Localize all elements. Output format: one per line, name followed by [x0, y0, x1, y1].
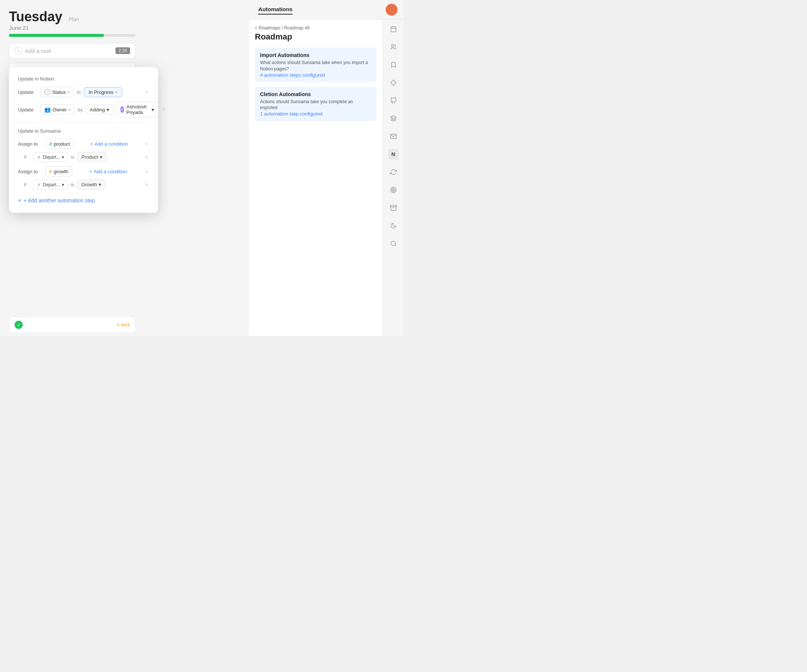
owner-field-label: Owner	[53, 107, 67, 113]
breadcrumb: < Roadmaps / Roadmap #6	[255, 25, 377, 31]
if-label-2: if	[24, 182, 31, 187]
remove-owner-row-button[interactable]: ×	[161, 105, 166, 114]
time-badge: 2:20	[116, 47, 130, 54]
bookmark-icon[interactable]	[388, 60, 399, 70]
target-icon[interactable]	[388, 185, 399, 195]
status-value-label: In Progress	[89, 90, 113, 95]
if-label-1: if	[24, 154, 31, 160]
svg-line-13	[395, 245, 396, 246]
svg-marker-6	[390, 116, 396, 119]
assign-label-2: Assign to	[18, 169, 42, 174]
assign-label-1: Assign to	[18, 141, 42, 147]
user-avatar[interactable]	[385, 4, 397, 16]
plus-icon-step: +	[18, 197, 21, 204]
is-label-1: is	[71, 154, 74, 160]
product-channel-tag[interactable]: # product	[45, 139, 74, 149]
progress-bar	[9, 34, 136, 37]
assign-product-row: Assign to # product + Add a condition ×	[18, 139, 149, 149]
progress-bar-fill	[9, 34, 104, 37]
chevron-down-icon-8: ▾	[62, 182, 64, 187]
depart-icon-1: ✓	[37, 154, 41, 160]
notion-icon[interactable]: N	[388, 149, 399, 159]
svg-rect-0	[391, 27, 396, 32]
update-in-notion-label: Update in Notion:	[18, 76, 149, 81]
import-automations-card[interactable]: Import Automations What actions should S…	[255, 48, 377, 82]
layers-icon[interactable]	[388, 113, 399, 124]
update-owner-row: Update 👥 Owner ▾ by Adding ▾ A Ashutosh …	[18, 102, 149, 117]
import-automations-desc: What actions should Sunsama take when yo…	[260, 60, 372, 72]
svg-point-8	[392, 189, 395, 192]
remove-product-row-button[interactable]: ×	[144, 140, 149, 148]
product-channel-name: product	[54, 141, 70, 147]
growth-value-label: Growth	[81, 182, 97, 187]
add-task-row[interactable]: + Add a task 2:20	[9, 43, 136, 58]
growth-value-dropdown[interactable]: Growth ▾	[77, 179, 105, 189]
add-step-label: + Add another automation step	[23, 197, 95, 203]
add-condition-product-button[interactable]: + Add a condition	[90, 141, 128, 147]
completion-automations-card[interactable]: Cletion Automations Actions should Sunsa…	[255, 87, 377, 121]
nav-automations[interactable]: Automations	[258, 5, 292, 15]
hash-growth-icon: #	[49, 169, 52, 174]
status-field-label: Status	[52, 90, 66, 95]
import-automations-title: Import Automations	[260, 52, 372, 58]
sync-icon[interactable]	[388, 167, 399, 177]
product-value-label: Product	[81, 154, 98, 160]
department-dropdown-2[interactable]: ✓ Depart... ▾	[33, 180, 68, 189]
update-label-1: Update	[18, 90, 37, 95]
product-value-dropdown[interactable]: Product ▾	[77, 152, 106, 162]
search-icon[interactable]	[388, 238, 399, 249]
chevron-down-icon-6: ▾	[62, 154, 64, 160]
plan-label: Plan	[68, 17, 79, 22]
calendar-icon[interactable]	[388, 24, 399, 34]
add-task-left: + Add a task	[15, 47, 51, 55]
floating-automation-panel: Update in Notion: Update ✓ Status ▾ to I…	[9, 67, 158, 213]
add-automation-step-button[interactable]: + + Add another automation step	[18, 196, 149, 204]
chevron-down-icon-5: ▾	[152, 107, 154, 113]
chevron-down-icon: ▾	[68, 90, 70, 94]
status-value-dropdown[interactable]: In Progress ▾	[84, 87, 122, 97]
adding-dropdown[interactable]: Adding ▾	[86, 105, 113, 115]
by-label: by	[78, 107, 83, 113]
to-label: to	[77, 90, 81, 95]
task-check-icon: ✓	[15, 321, 23, 329]
assign-growth-row: Assign to # growth + Add a condition ×	[18, 166, 149, 177]
update-label-2: Update	[18, 107, 37, 113]
diamond-icon[interactable]	[388, 78, 399, 88]
user-label: Ashutosh Priyada	[126, 104, 149, 115]
add-task-plus-icon: +	[15, 47, 22, 55]
archive-icon[interactable]	[388, 202, 399, 213]
chevron-down-icon-2: ▾	[116, 90, 117, 94]
chevron-down-icon-3: ▾	[68, 108, 70, 112]
depart-label-2: Depart...	[43, 182, 60, 187]
department-dropdown-1[interactable]: ✓ Depart... ▾	[33, 153, 68, 162]
bottom-task-card[interactable]: ✓ # work	[9, 317, 136, 333]
add-condition-growth-button[interactable]: + Add a condition	[90, 169, 127, 174]
plus-icon-product: +	[90, 141, 93, 147]
mail-icon[interactable]	[388, 131, 399, 141]
status-icon: ✓	[44, 89, 50, 95]
owner-field-dropdown[interactable]: 👥 Owner ▾	[40, 104, 75, 115]
user-dropdown[interactable]: A Ashutosh Priyada ▾	[116, 102, 158, 117]
bottom-task-tag: # work	[117, 322, 130, 327]
user-avatar-small: A	[120, 106, 125, 113]
remove-if-growth-button[interactable]: ×	[144, 181, 149, 189]
add-task-label: Add a task	[25, 48, 51, 54]
chevron-down-icon-9: ▾	[99, 182, 101, 187]
divider-1	[18, 123, 149, 123]
remove-if-product-button[interactable]: ×	[144, 153, 149, 161]
status-field-dropdown[interactable]: ✓ Status ▾	[40, 87, 74, 97]
svg-rect-10	[390, 205, 397, 207]
moon-icon[interactable]	[388, 221, 399, 231]
day-date: June 21	[9, 25, 240, 31]
plus-icon-growth: +	[90, 169, 92, 174]
remove-growth-row-button[interactable]: ×	[144, 168, 149, 176]
remove-status-row-button[interactable]: ×	[144, 88, 149, 96]
day-header: Tuesday Plan June 21	[9, 9, 240, 31]
growth-channel-tag[interactable]: # growth	[45, 166, 72, 177]
github-icon[interactable]	[388, 95, 399, 106]
svg-point-9	[393, 189, 394, 191]
completion-automations-desc: Actions should Sunsama take you complete…	[260, 99, 372, 111]
users-icon[interactable]	[388, 42, 399, 52]
depart-label-1: Depart...	[43, 154, 60, 160]
chevron-down-icon-4: ▾	[106, 107, 109, 113]
